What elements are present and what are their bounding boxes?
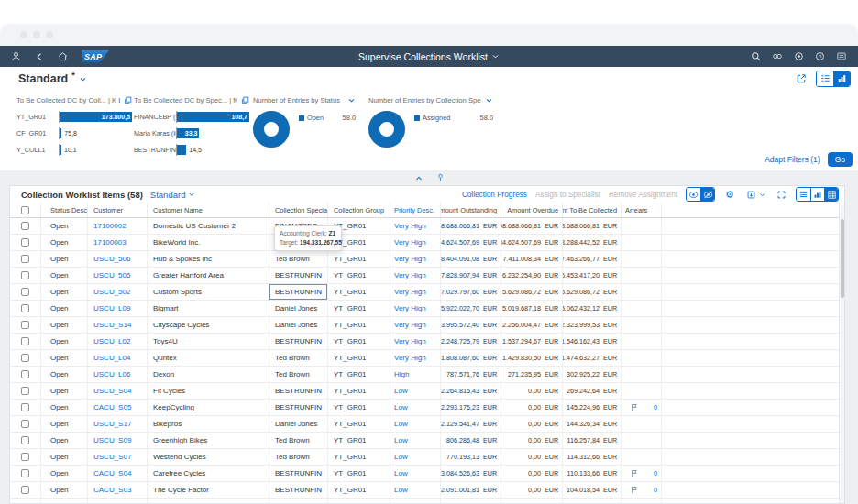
analytics-view-button[interactable] xyxy=(833,71,850,86)
help-icon[interactable]: ? xyxy=(815,51,825,61)
column-header[interactable]: Amount Outstanding xyxy=(441,203,501,217)
show-details-button[interactable] xyxy=(687,188,700,201)
row-checkbox[interactable] xyxy=(21,436,29,444)
share-icon[interactable] xyxy=(796,73,807,84)
hide-details-button[interactable] xyxy=(700,188,714,201)
presence-icon[interactable] xyxy=(794,51,804,61)
bar-segment[interactable] xyxy=(60,145,61,155)
collection-progress-button[interactable]: Collection Progress xyxy=(462,191,527,199)
customer-link[interactable]: USCU_S09 xyxy=(94,436,131,444)
variant-selector[interactable]: Standard* xyxy=(18,72,87,85)
column-header[interactable]: Collection Specialist xyxy=(270,203,328,217)
arrears-link[interactable]: 0 xyxy=(654,469,657,477)
cell-customer-name: KeepCycling xyxy=(148,400,270,415)
cell-priority: Very High xyxy=(390,334,441,349)
row-checkbox[interactable] xyxy=(21,387,29,395)
cell-collection-specialist: Daniel Jones xyxy=(270,301,328,316)
pin-icon[interactable] xyxy=(436,173,445,182)
row-checkbox[interactable] xyxy=(21,222,29,230)
export-icon[interactable] xyxy=(744,189,757,201)
export-menu-chevron-icon[interactable] xyxy=(758,189,766,201)
flag-icon[interactable] xyxy=(631,486,638,494)
chevron-down-icon[interactable] xyxy=(347,96,356,104)
table-settings-icon[interactable]: ⚙ xyxy=(723,189,736,201)
row-checkbox[interactable] xyxy=(21,304,29,312)
customer-link[interactable]: USCU_S07 xyxy=(94,453,131,461)
customer-link[interactable]: USCU_L02 xyxy=(94,337,130,345)
row-checkbox[interactable] xyxy=(21,255,29,263)
go-button[interactable]: Go xyxy=(828,152,852,167)
row-checkbox[interactable] xyxy=(21,420,29,428)
adapt-filters-link[interactable]: Adapt Filters (1) xyxy=(764,155,820,164)
column-header[interactable]: Arrears xyxy=(622,203,662,217)
column-header[interactable]: Customer Name xyxy=(148,203,270,217)
row-checkbox[interactable] xyxy=(21,469,29,477)
vertical-scrollbar[interactable] xyxy=(839,203,844,503)
column-header[interactable]: Amount Overdue xyxy=(501,203,563,217)
app-title[interactable]: Supervise Collections Worklist xyxy=(358,51,500,62)
bar-segment[interactable]: 33,3 xyxy=(177,128,199,138)
row-checkbox[interactable] xyxy=(21,238,29,247)
customer-link[interactable]: 17100003 xyxy=(94,238,126,247)
scrollbar-thumb[interactable] xyxy=(841,219,844,298)
arrears-link[interactable]: 0 xyxy=(654,486,657,494)
bar-segment[interactable] xyxy=(60,128,61,138)
customer-link[interactable]: USCU_L04 xyxy=(94,354,130,362)
row-checkbox[interactable] xyxy=(21,453,29,461)
row-checkbox[interactable] xyxy=(21,486,29,494)
customer-link[interactable]: USCU_L09 xyxy=(94,304,130,312)
bar-segment[interactable] xyxy=(177,145,186,155)
donut-ring[interactable] xyxy=(368,111,405,148)
row-checkbox[interactable] xyxy=(21,288,29,296)
column-header[interactable]: Collection Group xyxy=(328,203,390,217)
select-all-checkbox[interactable] xyxy=(21,206,29,214)
customer-link[interactable]: USCU_S14 xyxy=(94,321,131,329)
customer-link[interactable]: USCU_506 xyxy=(94,255,130,263)
customer-link[interactable]: CACU_S05 xyxy=(94,403,131,411)
column-header[interactable]: Amount To Be Collected xyxy=(563,203,622,217)
bar-segment[interactable]: 173.800,5 xyxy=(60,112,132,122)
cell-customer: USCU_S14 xyxy=(88,317,148,333)
customer-link[interactable]: 17100002 xyxy=(94,222,126,230)
window-controls[interactable] xyxy=(20,31,53,38)
open-in-window-icon[interactable] xyxy=(241,96,249,104)
flag-icon[interactable] xyxy=(631,403,638,411)
column-header[interactable]: Status Description xyxy=(41,203,88,217)
home-icon[interactable] xyxy=(58,51,68,61)
chevron-down-icon[interactable] xyxy=(485,96,493,104)
assign-to-specialist-button[interactable]: Assign to Specialist xyxy=(535,191,600,199)
donut-ring[interactable] xyxy=(253,111,290,148)
list-view-button[interactable] xyxy=(817,71,833,86)
bar-segment[interactable]: 108,7 xyxy=(177,112,249,122)
row-checkbox[interactable] xyxy=(21,370,29,378)
table-rows-view-button[interactable] xyxy=(797,188,810,201)
collapse-header-icon[interactable] xyxy=(414,174,424,182)
column-header[interactable]: Customer xyxy=(88,203,148,217)
chart-view-button[interactable] xyxy=(810,188,824,201)
row-checkbox[interactable] xyxy=(21,271,29,279)
user-profile-icon[interactable] xyxy=(11,51,21,61)
flag-icon[interactable] xyxy=(631,469,638,477)
customer-link[interactable]: USCU_502 xyxy=(94,288,130,296)
customer-link[interactable]: USCU_S17 xyxy=(94,420,131,428)
row-checkbox[interactable] xyxy=(21,403,29,411)
row-checkbox[interactable] xyxy=(21,321,29,329)
customer-link[interactable]: USCU_L06 xyxy=(94,370,130,378)
grid-view-button[interactable] xyxy=(824,188,838,201)
customer-link[interactable]: CACU_S03 xyxy=(94,486,131,494)
fullscreen-icon[interactable] xyxy=(775,189,787,201)
open-in-window-icon[interactable] xyxy=(124,96,132,104)
search-icon[interactable] xyxy=(751,51,761,61)
column-header[interactable]: Priority Desc. xyxy=(390,203,441,217)
customer-link[interactable]: USCU_S04 xyxy=(94,387,131,395)
back-icon[interactable] xyxy=(35,52,44,61)
customer-link[interactable]: CACU_S04 xyxy=(94,469,131,477)
table-variant-selector[interactable]: Standard xyxy=(150,190,196,200)
copilot-icon[interactable] xyxy=(772,51,783,61)
row-checkbox[interactable] xyxy=(21,337,29,345)
row-checkbox[interactable] xyxy=(21,354,29,362)
notifications-icon[interactable] xyxy=(836,51,847,61)
arrears-link[interactable]: 0 xyxy=(654,403,657,411)
customer-link[interactable]: USCU_505 xyxy=(94,271,130,279)
remove-assignment-button[interactable]: Remove Assignment xyxy=(609,191,677,199)
